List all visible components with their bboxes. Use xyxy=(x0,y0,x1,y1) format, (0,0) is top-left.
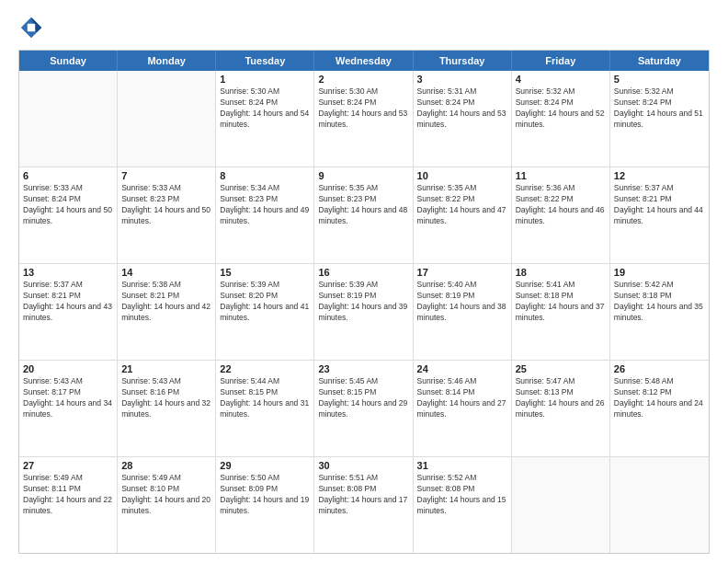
sunrise-text: Sunrise: 5:39 AM xyxy=(220,280,310,291)
sunset-text: Sunset: 8:16 PM xyxy=(121,387,211,398)
cal-cell: 22Sunrise: 5:44 AMSunset: 8:15 PMDayligh… xyxy=(216,361,314,456)
sunrise-text: Sunrise: 5:49 AM xyxy=(121,473,211,484)
sunrise-text: Sunrise: 5:35 AM xyxy=(417,183,507,194)
daylight-text: Daylight: 14 hours and 41 minutes. xyxy=(220,302,310,324)
sunset-text: Sunset: 8:17 PM xyxy=(23,387,113,398)
sunset-text: Sunset: 8:24 PM xyxy=(220,98,310,109)
sunset-text: Sunset: 8:19 PM xyxy=(318,291,408,302)
cal-cell: 25Sunrise: 5:47 AMSunset: 8:13 PMDayligh… xyxy=(512,361,610,456)
daylight-text: Daylight: 14 hours and 47 minutes. xyxy=(417,205,507,227)
sunrise-text: Sunrise: 5:47 AM xyxy=(516,376,606,387)
day-number: 26 xyxy=(614,363,705,374)
daylight-text: Daylight: 14 hours and 26 minutes. xyxy=(516,398,606,420)
calendar-body: 1Sunrise: 5:30 AMSunset: 8:24 PMDaylight… xyxy=(19,71,709,553)
cal-cell: 23Sunrise: 5:45 AMSunset: 8:15 PMDayligh… xyxy=(314,361,413,456)
day-number: 16 xyxy=(318,267,408,278)
calendar-row-1: 1Sunrise: 5:30 AMSunset: 8:24 PMDaylight… xyxy=(19,71,709,167)
cal-cell: 3Sunrise: 5:31 AMSunset: 8:24 PMDaylight… xyxy=(414,71,512,167)
day-number: 22 xyxy=(220,363,310,374)
sunset-text: Sunset: 8:23 PM xyxy=(121,194,211,205)
cal-cell: 2Sunrise: 5:30 AMSunset: 8:24 PMDaylight… xyxy=(314,71,413,167)
sunrise-text: Sunrise: 5:38 AM xyxy=(121,280,211,291)
calendar: SundayMondayTuesdayWednesdayThursdayFrid… xyxy=(18,50,710,554)
cal-cell: 7Sunrise: 5:33 AMSunset: 8:23 PMDaylight… xyxy=(118,167,216,263)
day-number: 20 xyxy=(23,363,113,374)
sunset-text: Sunset: 8:14 PM xyxy=(417,387,507,398)
daylight-text: Daylight: 14 hours and 49 minutes. xyxy=(220,205,310,227)
daylight-text: Daylight: 14 hours and 19 minutes. xyxy=(220,495,310,517)
sunrise-text: Sunrise: 5:37 AM xyxy=(614,183,705,194)
sunrise-text: Sunrise: 5:31 AM xyxy=(417,86,507,98)
daylight-text: Daylight: 14 hours and 38 minutes. xyxy=(417,302,507,324)
daylight-text: Daylight: 14 hours and 54 minutes. xyxy=(220,109,310,131)
cal-cell: 31Sunrise: 5:52 AMSunset: 8:08 PMDayligh… xyxy=(414,457,512,553)
cal-cell xyxy=(610,457,709,553)
cal-cell: 15Sunrise: 5:39 AMSunset: 8:20 PMDayligh… xyxy=(216,264,314,360)
sunrise-text: Sunrise: 5:33 AM xyxy=(121,183,211,194)
sunset-text: Sunset: 8:24 PM xyxy=(318,98,408,109)
day-number: 3 xyxy=(417,74,507,85)
page: SundayMondayTuesdayWednesdayThursdayFrid… xyxy=(0,0,728,563)
daylight-text: Daylight: 14 hours and 53 minutes. xyxy=(318,109,408,131)
header-day-thursday: Thursday xyxy=(414,51,512,71)
daylight-text: Daylight: 14 hours and 44 minutes. xyxy=(614,205,705,227)
sunrise-text: Sunrise: 5:49 AM xyxy=(23,473,113,484)
cal-cell xyxy=(118,71,216,167)
cal-cell: 14Sunrise: 5:38 AMSunset: 8:21 PMDayligh… xyxy=(118,264,216,360)
day-number: 21 xyxy=(121,363,211,374)
sunset-text: Sunset: 8:21 PM xyxy=(23,291,113,302)
sunrise-text: Sunrise: 5:51 AM xyxy=(318,473,408,484)
sunset-text: Sunset: 8:08 PM xyxy=(318,484,408,495)
daylight-text: Daylight: 14 hours and 32 minutes. xyxy=(121,398,211,420)
day-number: 17 xyxy=(417,267,507,278)
cal-cell: 20Sunrise: 5:43 AMSunset: 8:17 PMDayligh… xyxy=(19,361,118,456)
cal-cell: 28Sunrise: 5:49 AMSunset: 8:10 PMDayligh… xyxy=(118,457,216,553)
cal-cell: 9Sunrise: 5:35 AMSunset: 8:23 PMDaylight… xyxy=(314,167,413,263)
cal-cell: 19Sunrise: 5:42 AMSunset: 8:18 PMDayligh… xyxy=(610,264,709,360)
day-number: 14 xyxy=(121,267,211,278)
day-number: 8 xyxy=(220,170,310,181)
header-day-wednesday: Wednesday xyxy=(314,51,413,71)
sunset-text: Sunset: 8:19 PM xyxy=(417,291,507,302)
cal-cell: 18Sunrise: 5:41 AMSunset: 8:18 PMDayligh… xyxy=(512,264,610,360)
daylight-text: Daylight: 14 hours and 42 minutes. xyxy=(121,302,211,324)
sunset-text: Sunset: 8:10 PM xyxy=(121,484,211,495)
sunrise-text: Sunrise: 5:50 AM xyxy=(220,473,310,484)
day-number: 5 xyxy=(614,74,705,85)
sunset-text: Sunset: 8:18 PM xyxy=(516,291,606,302)
sunrise-text: Sunrise: 5:35 AM xyxy=(318,183,408,194)
cal-cell: 26Sunrise: 5:48 AMSunset: 8:12 PMDayligh… xyxy=(610,361,709,456)
cal-cell: 17Sunrise: 5:40 AMSunset: 8:19 PMDayligh… xyxy=(414,264,512,360)
daylight-text: Daylight: 14 hours and 46 minutes. xyxy=(516,205,606,227)
calendar-row-4: 20Sunrise: 5:43 AMSunset: 8:17 PMDayligh… xyxy=(19,360,709,456)
day-number: 24 xyxy=(417,363,507,374)
day-number: 30 xyxy=(318,460,408,471)
cal-cell: 30Sunrise: 5:51 AMSunset: 8:08 PMDayligh… xyxy=(314,457,413,553)
daylight-text: Daylight: 14 hours and 29 minutes. xyxy=(318,398,408,420)
daylight-text: Daylight: 14 hours and 34 minutes. xyxy=(23,398,113,420)
cal-cell: 6Sunrise: 5:33 AMSunset: 8:24 PMDaylight… xyxy=(19,167,118,263)
day-number: 9 xyxy=(318,170,408,181)
header-day-saturday: Saturday xyxy=(610,51,709,71)
sunset-text: Sunset: 8:15 PM xyxy=(220,387,310,398)
daylight-text: Daylight: 14 hours and 50 minutes. xyxy=(121,205,211,227)
sunrise-text: Sunrise: 5:41 AM xyxy=(516,280,606,291)
cal-cell: 12Sunrise: 5:37 AMSunset: 8:21 PMDayligh… xyxy=(610,167,709,263)
calendar-header: SundayMondayTuesdayWednesdayThursdayFrid… xyxy=(19,51,709,71)
sunrise-text: Sunrise: 5:30 AM xyxy=(318,86,408,98)
sunset-text: Sunset: 8:24 PM xyxy=(417,98,507,109)
header-day-friday: Friday xyxy=(512,51,610,71)
sunset-text: Sunset: 8:08 PM xyxy=(417,484,507,495)
sunset-text: Sunset: 8:20 PM xyxy=(220,291,310,302)
sunset-text: Sunset: 8:09 PM xyxy=(220,484,310,495)
cal-cell: 27Sunrise: 5:49 AMSunset: 8:11 PMDayligh… xyxy=(19,457,118,553)
daylight-text: Daylight: 14 hours and 51 minutes. xyxy=(614,109,705,131)
logo-icon xyxy=(18,15,44,40)
cal-cell: 11Sunrise: 5:36 AMSunset: 8:22 PMDayligh… xyxy=(512,167,610,263)
cal-cell: 13Sunrise: 5:37 AMSunset: 8:21 PMDayligh… xyxy=(19,264,118,360)
daylight-text: Daylight: 14 hours and 52 minutes. xyxy=(516,109,606,131)
sunset-text: Sunset: 8:22 PM xyxy=(516,194,606,205)
sunset-text: Sunset: 8:12 PM xyxy=(614,387,705,398)
day-number: 25 xyxy=(516,363,606,374)
daylight-text: Daylight: 14 hours and 48 minutes. xyxy=(318,205,408,227)
